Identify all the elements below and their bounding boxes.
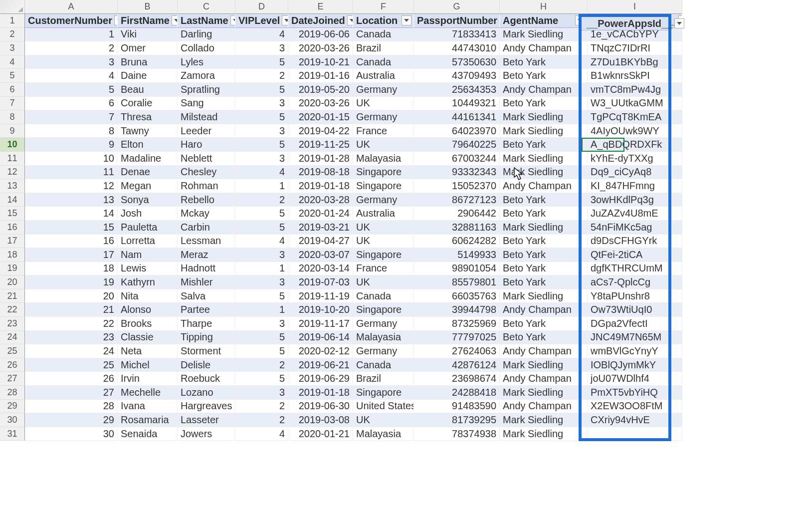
cell-C4[interactable]: Lyles	[178, 55, 235, 69]
cell-G28[interactable]: 24288418	[414, 386, 500, 400]
highlighted-column-header[interactable]: __PowerAppsId__	[582, 17, 668, 30]
row-header-4[interactable]: 4	[0, 55, 25, 69]
cell-I13[interactable]: KI_847HFmng	[588, 179, 682, 193]
cell-H28[interactable]: Mark Siedling	[500, 386, 588, 400]
cell-C12[interactable]: Chesley	[178, 166, 235, 180]
cell-F15[interactable]: Australia	[353, 207, 414, 221]
cell-H4[interactable]: Beto Yark	[500, 55, 588, 69]
row-header-13[interactable]: 13	[0, 179, 25, 193]
cell-H26[interactable]: Mark Siedling	[500, 358, 588, 372]
cell-F4[interactable]: Canada	[353, 55, 414, 69]
cell-F18[interactable]: Singapore	[353, 248, 414, 262]
cell-I14[interactable]: 3owHKdlPq3g	[588, 193, 682, 207]
cell-E19[interactable]: 2020-03-14	[288, 262, 353, 276]
filter-dropdown-icon[interactable]	[674, 18, 684, 28]
cell-I5[interactable]: B1wknrsSkPI	[588, 69, 682, 83]
cell-D7[interactable]: 3	[235, 97, 288, 111]
cell-D29[interactable]: 2	[235, 400, 288, 414]
select-all-corner[interactable]	[0, 0, 25, 14]
cell-D25[interactable]: 5	[235, 344, 288, 358]
row-header-31[interactable]: 31	[0, 427, 25, 441]
cell-B16[interactable]: Pauletta	[118, 221, 178, 235]
cell-G22[interactable]: 39944798	[414, 303, 500, 317]
cell-C24[interactable]: Tipping	[178, 331, 235, 345]
cell-G18[interactable]: 5149933	[414, 248, 500, 262]
cell-F13[interactable]: Singapore	[353, 179, 414, 193]
cell-D11[interactable]: 3	[235, 152, 288, 166]
cell-F24[interactable]: Malayasia	[353, 331, 414, 345]
cell-F9[interactable]: France	[353, 124, 414, 138]
cell-B20[interactable]: Kathyrn	[118, 275, 178, 289]
cell-D28[interactable]: 3	[235, 386, 288, 400]
cell-C3[interactable]: Collado	[178, 41, 235, 55]
cell-E29[interactable]: 2019-06-30	[288, 400, 353, 414]
cell-F16[interactable]: UK	[353, 221, 414, 235]
filter-dropdown-icon[interactable]	[282, 15, 288, 25]
cell-A10[interactable]: 9	[25, 138, 118, 152]
cell-F17[interactable]: UK	[353, 235, 414, 249]
cell-H21[interactable]: Mark Siedling	[500, 289, 588, 303]
cell-A24[interactable]: 23	[25, 331, 118, 345]
cell-D5[interactable]: 2	[235, 69, 288, 83]
cell-D2[interactable]: 4	[235, 28, 288, 42]
cell-A4[interactable]: 3	[25, 55, 118, 69]
row-header-20[interactable]: 20	[0, 275, 25, 289]
cell-G26[interactable]: 42876124	[414, 358, 500, 372]
cell-G17[interactable]: 60624282	[414, 235, 500, 249]
cell-G6[interactable]: 25634353	[414, 83, 500, 97]
cell-B12[interactable]: Denae	[118, 166, 178, 180]
cell-I29[interactable]: X2EW3OO8FtM	[588, 400, 682, 414]
cell-B14[interactable]: Sonya	[118, 193, 178, 207]
row-header-22[interactable]: 22	[0, 303, 25, 317]
cell-H14[interactable]: Beto Yark	[500, 193, 588, 207]
row-header-27[interactable]: 27	[0, 372, 25, 386]
cell-E6[interactable]: 2019-05-20	[288, 83, 353, 97]
cell-G21[interactable]: 66035763	[414, 289, 500, 303]
cell-E11[interactable]: 2019-01-28	[288, 152, 353, 166]
cell-I20[interactable]: aCs7-QplcCg	[588, 275, 682, 289]
cell-I25[interactable]: wmBVlGcYnyY	[588, 344, 682, 358]
cell-A27[interactable]: 26	[25, 372, 118, 386]
cell-D21[interactable]: 5	[235, 289, 288, 303]
cell-G29[interactable]: 91483590	[414, 400, 500, 414]
cell-E9[interactable]: 2019-04-22	[288, 124, 353, 138]
cell-D9[interactable]: 3	[235, 124, 288, 138]
cell-F21[interactable]: Canada	[353, 289, 414, 303]
cell-H13[interactable]: Andy Champan	[500, 179, 588, 193]
cell-A12[interactable]: 11	[25, 166, 118, 180]
cell-D10[interactable]: 5	[235, 138, 288, 152]
cell-C15[interactable]: Mckay	[178, 207, 235, 221]
cell-E15[interactable]: 2020-01-24	[288, 207, 353, 221]
column-header-F[interactable]: F	[353, 0, 414, 14]
cell-E13[interactable]: 2019-01-18	[288, 179, 353, 193]
row-header-1[interactable]: 1	[0, 14, 25, 28]
cell-F29[interactable]: United States	[353, 400, 414, 414]
cell-D31[interactable]: 4	[235, 427, 288, 441]
cell-C22[interactable]: Partee	[178, 303, 235, 317]
cell-F5[interactable]: Australia	[353, 69, 414, 83]
cell-C18[interactable]: Meraz	[178, 248, 235, 262]
cell-G14[interactable]: 86727123	[414, 193, 500, 207]
cell-I15[interactable]: JuZAZv4U8mE	[588, 207, 682, 221]
cell-H30[interactable]: Mark Siedling	[500, 413, 588, 427]
column-header-E[interactable]: E	[288, 0, 353, 14]
cell-I21[interactable]: Y8taPUnshr8	[588, 289, 682, 303]
cell-I11[interactable]: kYhE-dyTXXg	[588, 152, 682, 166]
cell-F28[interactable]: Singapore	[353, 386, 414, 400]
cell-E7[interactable]: 2020-03-26	[288, 97, 353, 111]
cell-B5[interactable]: Daine	[118, 69, 178, 83]
cell-D12[interactable]: 4	[235, 166, 288, 180]
cell-B10[interactable]: Elton	[118, 138, 178, 152]
cell-D16[interactable]: 5	[235, 221, 288, 235]
cell-F11[interactable]: Malayasia	[353, 152, 414, 166]
cell-C2[interactable]: Darling	[178, 28, 235, 42]
cell-I24[interactable]: JNC49M7N65M	[588, 331, 682, 345]
cell-C14[interactable]: Rebello	[178, 193, 235, 207]
cell-I6[interactable]: vmTC8mPw4Jg	[588, 83, 682, 97]
cell-E18[interactable]: 2020-03-07	[288, 248, 353, 262]
cell-A11[interactable]: 10	[25, 152, 118, 166]
cell-F7[interactable]: UK	[353, 97, 414, 111]
row-header-25[interactable]: 25	[0, 344, 25, 358]
cell-A21[interactable]: 20	[25, 289, 118, 303]
cell-F23[interactable]: Germany	[353, 317, 414, 331]
